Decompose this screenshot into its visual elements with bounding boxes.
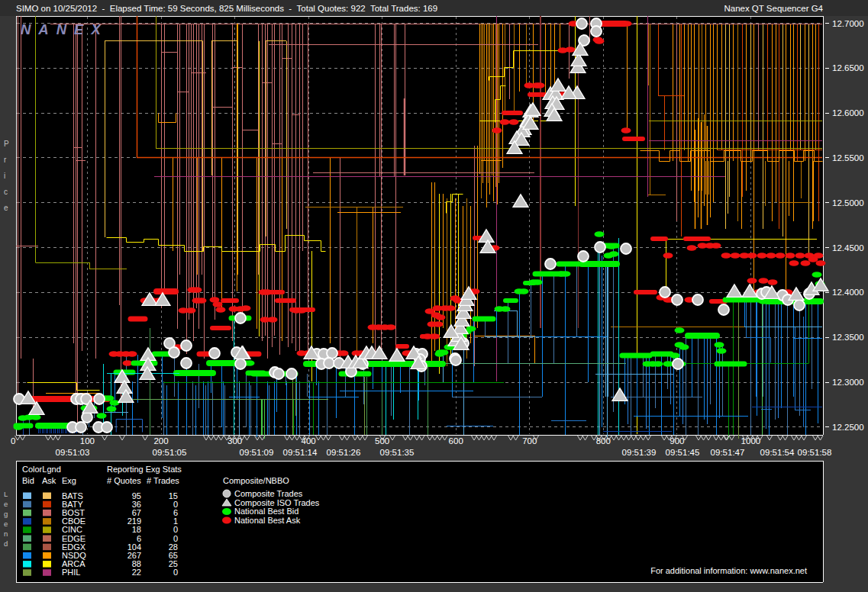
svg-text:12.7000: 12.7000: [832, 19, 864, 28]
svg-text:09:51:39: 09:51:39: [622, 448, 657, 457]
svg-text:BATS: BATS: [62, 491, 83, 500]
svg-text:267: 267: [127, 551, 141, 560]
svg-text:n: n: [4, 529, 8, 538]
svg-text:09:51:54: 09:51:54: [760, 448, 795, 457]
svg-text:CINC: CINC: [62, 525, 82, 534]
svg-text:12.4000: 12.4000: [832, 288, 864, 297]
svg-text:6: 6: [137, 534, 141, 543]
svg-text:09:51:09: 09:51:09: [240, 448, 274, 457]
svg-text:EDGX: EDGX: [62, 542, 86, 552]
svg-text:09:51:45: 09:51:45: [666, 448, 700, 457]
svg-text:CBOE: CBOE: [62, 516, 86, 526]
svg-text:95: 95: [132, 491, 141, 500]
svg-text:PHIL: PHIL: [62, 568, 80, 577]
svg-text:For additional information: ww: For additional information: www.nanex.ne…: [650, 566, 807, 575]
svg-text:i: i: [4, 172, 5, 180]
svg-text:NSDQ: NSDQ: [62, 551, 86, 560]
svg-text:0: 0: [173, 500, 178, 509]
svg-text:e: e: [4, 204, 8, 212]
svg-text:65: 65: [169, 551, 178, 560]
svg-text:BOST: BOST: [62, 508, 85, 517]
svg-text:88: 88: [132, 559, 141, 568]
svg-text:09:51:26: 09:51:26: [327, 448, 361, 457]
svg-text:18: 18: [132, 525, 141, 534]
svg-text:09:51:14: 09:51:14: [283, 448, 318, 457]
svg-text:# Trades: # Trades: [147, 476, 179, 485]
svg-text:Nanex QT Sequencer G4: Nanex QT Sequencer G4: [724, 4, 823, 13]
svg-text:Composite Trades: Composite Trades: [234, 489, 303, 498]
svg-text:12.5000: 12.5000: [832, 198, 864, 208]
svg-text:22: 22: [132, 568, 141, 577]
svg-text:104: 104: [127, 542, 141, 552]
svg-text:# Quotes: # Quotes: [107, 476, 141, 485]
svg-text:12.4500: 12.4500: [832, 243, 864, 253]
svg-text:67: 67: [132, 508, 141, 517]
svg-text:Ask: Ask: [42, 476, 56, 485]
svg-text:EDGE: EDGE: [62, 534, 86, 543]
svg-text:12.6500: 12.6500: [832, 63, 864, 72]
svg-text:900: 900: [670, 436, 684, 446]
svg-text:800: 800: [596, 436, 611, 446]
svg-text:6: 6: [173, 508, 178, 517]
svg-text:National Best Bid: National Best Bid: [234, 507, 298, 516]
svg-text:12.6000: 12.6000: [832, 108, 864, 117]
svg-text:ARCA: ARCA: [62, 559, 86, 568]
svg-text:e: e: [4, 500, 8, 508]
svg-text:SIMO on 10/25/2012 - Elapsed: SIMO on 10/25/2012 - Elapsed Time: 59 Se…: [16, 4, 437, 13]
svg-text:g: g: [4, 510, 8, 518]
svg-text:P: P: [4, 140, 9, 148]
svg-text:25: 25: [169, 559, 178, 568]
svg-text:12.3500: 12.3500: [832, 333, 864, 342]
svg-text:Composite ISO Trades: Composite ISO Trades: [234, 498, 320, 507]
svg-text:e: e: [4, 520, 8, 528]
svg-text:L: L: [4, 490, 8, 498]
svg-text:09:51:05: 09:51:05: [153, 448, 187, 457]
svg-text:15: 15: [169, 491, 178, 500]
svg-text:12.2500: 12.2500: [832, 423, 864, 432]
svg-text:36: 36: [132, 500, 141, 509]
svg-text:Composite/NBBO: Composite/NBBO: [223, 476, 289, 485]
svg-text:09:51:35: 09:51:35: [380, 448, 415, 457]
svg-text:600: 600: [449, 436, 463, 446]
svg-text:NANEX: NANEX: [21, 21, 108, 37]
svg-text:d: d: [4, 539, 8, 548]
svg-text:ColorLgnd: ColorLgnd: [22, 465, 61, 474]
svg-text:219: 219: [127, 516, 141, 526]
svg-text:Reporting Exg Stats: Reporting Exg Stats: [107, 465, 182, 474]
svg-text:09:51:03: 09:51:03: [56, 448, 90, 457]
svg-text:12.5500: 12.5500: [832, 153, 864, 162]
svg-text:200: 200: [153, 436, 168, 446]
svg-text:0: 0: [173, 534, 178, 543]
svg-text:0: 0: [11, 436, 15, 446]
svg-text:0: 0: [173, 525, 178, 534]
svg-text:National Best Ask: National Best Ask: [234, 516, 301, 525]
svg-text:1: 1: [173, 516, 178, 526]
svg-text:09:51:47: 09:51:47: [711, 448, 745, 457]
svg-text:Bid: Bid: [22, 476, 34, 485]
svg-text:12.3000: 12.3000: [832, 378, 864, 387]
svg-text:09:51:58: 09:51:58: [798, 448, 832, 457]
svg-text:500: 500: [375, 436, 389, 446]
svg-text:BATY: BATY: [62, 500, 84, 509]
svg-text:Exg: Exg: [62, 476, 76, 485]
svg-text:0: 0: [173, 568, 178, 577]
svg-text:c: c: [4, 188, 8, 196]
svg-text:100: 100: [80, 436, 95, 446]
svg-text:28: 28: [169, 542, 178, 552]
